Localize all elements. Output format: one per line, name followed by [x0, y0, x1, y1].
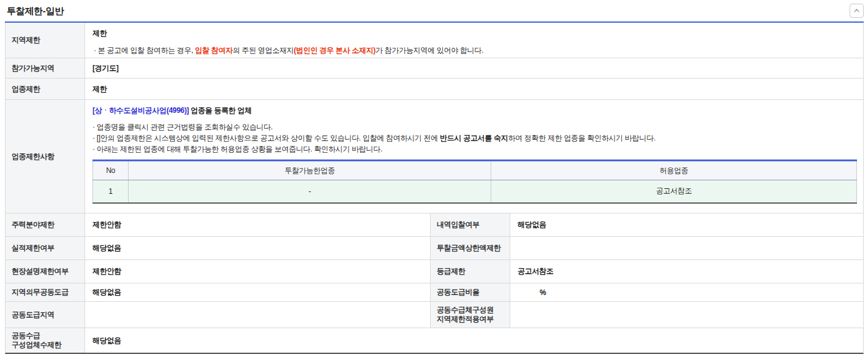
field-label: 공동수급 구성업체수제한	[6, 328, 85, 353]
field-label: 공동도급지역	[6, 302, 85, 328]
row-sitebriefing-grade: 현장설명제한여부 제한안함 등급제한 공고서참조	[6, 260, 863, 283]
chevron-up-icon	[853, 7, 861, 15]
industry-restriction-value: 제한	[85, 79, 863, 99]
note-highlight: 입찰 참여자	[195, 46, 233, 55]
cell-biddable: -	[129, 180, 491, 203]
restriction-table: 지역제한 제한 · 본 공고에 입찰 참여하는 경우, 입찰 참여자의 주된 영…	[5, 23, 864, 354]
joint-contract-ratio-value: %	[510, 283, 863, 301]
bullet-item: · []안의 업종제한은 시스템상에 입력된 제한사항으로 공고서와 상이할 수…	[92, 132, 655, 144]
bullet-text: 하여 정확한 제한 업종을 확인하시기 바랍니다.	[508, 134, 655, 142]
allowed-industry-table: No 투찰가능한업종 허용업종 1 - 공고서참조	[92, 159, 857, 204]
field-label: 공동도급비율	[431, 283, 510, 301]
bid-amount-cap-value	[510, 237, 863, 259]
collapse-button[interactable]	[850, 4, 864, 18]
note-text: · 본 공고에 입찰 참여하는 경우,	[94, 46, 195, 55]
joint-supply-members-value: 해당없음	[85, 328, 863, 353]
field-label: 지역제한	[6, 23, 85, 58]
field-label: 내역입찰여부	[431, 213, 510, 236]
joint-member-region-rule-value	[510, 302, 863, 328]
field-label: 실적제한여부	[6, 237, 85, 259]
field-value: 제한 · 본 공고에 입찰 참여하는 경우, 입찰 참여자의 주된 영업소재지(…	[85, 23, 863, 58]
note-text: 의 주된 영업소재지	[233, 46, 294, 55]
field-label: 참가가능지역	[6, 58, 85, 78]
row-regional-joint-ratio: 지역의무공동도급 해당없음 공동도급비율 %	[6, 283, 863, 302]
joint-contract-region-value	[85, 302, 431, 328]
bid-restriction-panel: 투찰제한-일반 지역제한 제한 · 본 공고에 입찰 참여하는 경우, 입찰 참…	[5, 0, 864, 354]
regional-joint-value: 해당없음	[85, 283, 431, 301]
bullet-text: · []안의 업종제한은 시스템상에 입력된 제한사항으로 공고서와 상이할 수…	[92, 134, 440, 142]
field-label: 공동수급체구성원 지역제한적용여부	[431, 302, 510, 328]
row-region-restriction: 지역제한 제한 · 본 공고에 입찰 참여하는 경우, 입찰 참여자의 주된 영…	[6, 23, 863, 58]
bullet-emphasis: 반드시 공고서를 숙지	[440, 134, 508, 142]
row-mainfield-itemized: 주력분야제한 제한안함 내역입찰여부 해당없음	[6, 213, 863, 237]
column-header-no: No	[93, 161, 129, 180]
field-label: 업종제한	[6, 79, 85, 99]
field-label: 투찰금액상한액제한	[431, 237, 510, 259]
industry-link-suffix: 업종을 등록한 업체	[189, 106, 252, 115]
column-header-biddable: 투찰가능한업종	[129, 161, 491, 180]
table-row: 1 - 공고서참조	[93, 180, 857, 203]
cell-no: 1	[93, 180, 129, 203]
row-industry-detail: 업종제한사항 [상ㆍ하수도설비공사업(4996)] 업종을 등록한 업체 · 업…	[6, 100, 863, 213]
industry-link-line: [상ㆍ하수도설비공사업(4996)] 업종을 등록한 업체	[92, 106, 252, 116]
bullet-item: · 업종명을 클릭시 관련 근거법령을 조회하실수 있습니다.	[92, 121, 655, 132]
field-label: 등급제한	[431, 260, 510, 283]
row-eligible-region: 참가가능지역 [경기도]	[6, 58, 863, 79]
section-title: 투찰제한-일반	[5, 0, 864, 17]
cell-allowed: 공고서참조	[491, 180, 857, 203]
field-label: 업종제한사항	[6, 100, 85, 213]
row-industry-restriction: 업종제한 제한	[6, 79, 863, 100]
region-restriction-note: · 본 공고에 입찰 참여하는 경우, 입찰 참여자의 주된 영업소재지(법인인…	[92, 45, 483, 55]
row-jointregion-memberrule: 공동도급지역 공동수급체구성원 지역제한적용여부	[6, 302, 863, 328]
itemized-bid-value: 해당없음	[510, 213, 863, 236]
field-label: 주력분야제한	[6, 213, 85, 236]
bullet-item: · 아래는 제한된 업종에 대해 투찰가능한 허용업종 상황을 보여줍니다. 확…	[92, 144, 655, 155]
industry-type-link[interactable]: [상ㆍ하수도설비공사업(4996)]	[92, 106, 189, 115]
eligible-region-value: [경기도]	[85, 58, 863, 78]
performance-restriction-value: 해당없음	[85, 237, 431, 259]
industry-detail-bullets: · 업종명을 클릭시 관련 근거법령을 조회하실수 있습니다. · []안의 업…	[92, 121, 655, 155]
site-briefing-value: 제한안함	[85, 260, 431, 283]
note-text: 가 참가가능지역에 있어야 합니다.	[376, 46, 483, 55]
row-joint-supply-members: 공동수급 구성업체수제한 해당없음	[6, 328, 863, 353]
field-value: [상ㆍ하수도설비공사업(4996)] 업종을 등록한 업체 · 업종명을 클릭시…	[85, 100, 863, 213]
allowed-industry-header-row: No 투찰가능한업종 허용업종	[93, 161, 857, 180]
note-highlight: (법인인 경우 본사 소재지)	[294, 46, 376, 55]
section-header: 투찰제한-일반	[5, 0, 864, 23]
grade-restriction-value: 공고서참조	[510, 260, 863, 283]
mainfield-value: 제한안함	[85, 213, 431, 236]
field-label: 현장설명제한여부	[6, 260, 85, 283]
region-restriction-value: 제한	[92, 28, 107, 39]
column-header-allowed: 허용업종	[491, 161, 857, 180]
field-label: 지역의무공동도급	[6, 283, 85, 301]
row-performance-bidcap: 실적제한여부 해당없음 투찰금액상한액제한	[6, 237, 863, 260]
